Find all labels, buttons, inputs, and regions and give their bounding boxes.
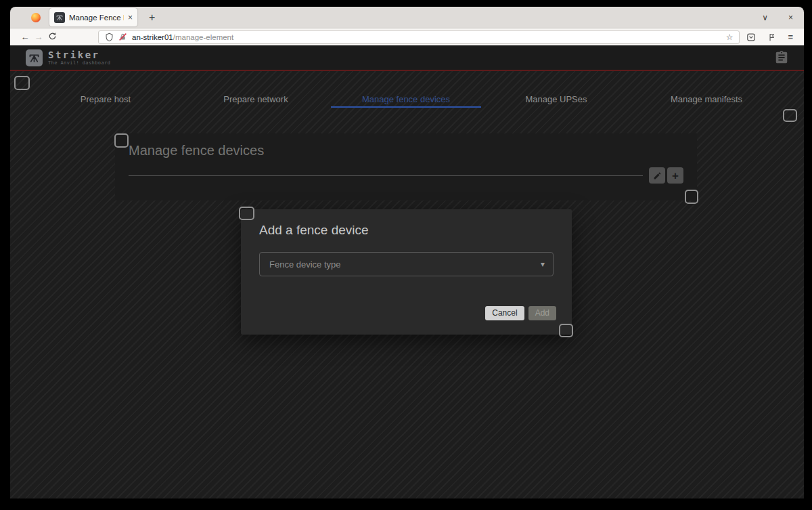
- tab-label: Prepare host: [81, 94, 131, 104]
- screen: Manage Fence Devices × + ∨ × ← → an-stri…: [0, 0, 812, 510]
- select-placeholder: Fence device type: [269, 259, 341, 270]
- active-tab-underline: [331, 106, 481, 108]
- selection-handle: [14, 76, 30, 90]
- account-flag-icon[interactable]: [767, 33, 776, 42]
- tab-label: Manage manifests: [671, 94, 742, 104]
- striker-logo-icon: [26, 49, 43, 66]
- add-fence-device-button[interactable]: +: [667, 167, 683, 184]
- striker-favicon-icon: [54, 12, 65, 23]
- tab-prepare-host[interactable]: Prepare host: [30, 90, 181, 108]
- browser-toolbar: ← → an-striker01/manage-element ☆ ≡: [10, 28, 804, 45]
- dialog-title: Add a fence device: [259, 222, 556, 238]
- manifest-clipboard-icon[interactable]: [774, 50, 789, 68]
- bookmark-star-icon[interactable]: ☆: [726, 33, 734, 42]
- firefox-logo-icon: [31, 13, 41, 22]
- page-content: Striker The Anvil! dashboard Prepare hos…: [10, 45, 804, 498]
- add-fence-device-dialog: Add a fence device Fence device type ▾ C…: [241, 209, 572, 335]
- tab-label: Prepare network: [223, 94, 288, 104]
- app-header: Striker The Anvil! dashboard: [10, 45, 804, 71]
- url-host: an-striker01: [132, 33, 173, 41]
- selection-handle: [114, 133, 129, 148]
- selection-handle: [783, 109, 797, 122]
- tab-label: Manage UPSes: [525, 94, 587, 104]
- menu-hamburger-icon[interactable]: ≡: [788, 32, 793, 42]
- app-nav-tabs: Prepare host Prepare network Manage fenc…: [30, 90, 782, 108]
- new-tab-button[interactable]: +: [149, 12, 155, 24]
- reload-button[interactable]: [45, 32, 59, 43]
- cancel-button[interactable]: Cancel: [485, 306, 524, 320]
- add-button[interactable]: Add: [528, 306, 556, 320]
- panel-divider: [129, 175, 643, 176]
- dialog-actions: Cancel Add: [485, 306, 556, 320]
- brand-block: Striker The Anvil! dashboard: [48, 50, 110, 66]
- fence-device-type-select[interactable]: Fence device type ▾: [259, 252, 554, 276]
- tracking-shield-icon[interactable]: [105, 33, 114, 42]
- chevron-down-icon: ▾: [541, 259, 545, 269]
- edit-fence-devices-button[interactable]: [649, 167, 665, 184]
- brand-name: Striker: [48, 50, 110, 60]
- back-button[interactable]: ←: [18, 32, 32, 42]
- url-bar[interactable]: an-striker01/manage-element ☆: [98, 30, 740, 44]
- tab-manage-upses[interactable]: Manage UPSes: [481, 90, 631, 108]
- panel-title: Manage fence devices: [129, 143, 683, 158]
- tab-title: Manage Fence Devices: [69, 14, 124, 22]
- pocket-icon[interactable]: [746, 33, 756, 42]
- pencil-icon: [653, 171, 662, 180]
- tab-prepare-network[interactable]: Prepare network: [181, 90, 331, 108]
- tab-close-icon[interactable]: ×: [128, 13, 133, 22]
- browser-tab-active[interactable]: Manage Fence Devices ×: [49, 8, 137, 26]
- list-tabs-chevron-icon[interactable]: ∨: [762, 13, 768, 22]
- selection-handle: [559, 324, 573, 337]
- tab-manage-fence-devices[interactable]: Manage fence devices: [331, 90, 481, 108]
- insecure-lock-icon[interactable]: [118, 33, 127, 41]
- brand-tagline: The Anvil! dashboard: [48, 60, 110, 66]
- fence-devices-panel: Manage fence devices +: [115, 133, 697, 200]
- window-controls: ∨ ×: [762, 13, 804, 22]
- tab-manage-manifests[interactable]: Manage manifests: [631, 90, 782, 108]
- selection-handle: [685, 190, 698, 204]
- url-text: an-striker01/manage-element: [132, 33, 233, 41]
- window-close-icon[interactable]: ×: [788, 13, 793, 22]
- toolbar-right-icons: ≡: [746, 32, 793, 42]
- browser-tab-strip: Manage Fence Devices × + ∨ ×: [10, 7, 804, 28]
- selection-handle: [239, 207, 254, 220]
- panel-toolbar-row: +: [129, 167, 683, 184]
- url-path: /manage-element: [173, 33, 234, 41]
- browser-window: Manage Fence Devices × + ∨ × ← → an-stri…: [10, 7, 804, 498]
- plus-icon: +: [672, 170, 679, 182]
- forward-button[interactable]: →: [32, 32, 45, 42]
- tab-label: Manage fence devices: [362, 94, 450, 104]
